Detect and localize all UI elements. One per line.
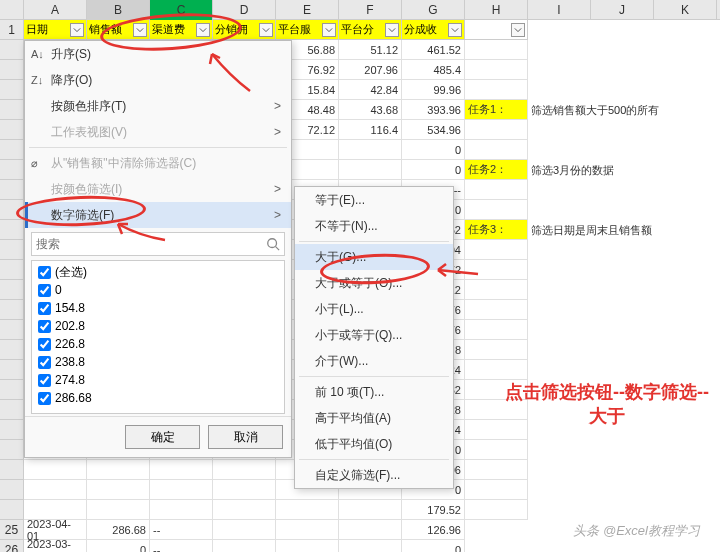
cell-h[interactable] [465, 200, 528, 220]
cell-g[interactable]: 534.96 [402, 120, 465, 140]
cell-h[interactable] [465, 480, 528, 500]
sub-top10[interactable]: 前 10 项(T)... [295, 379, 453, 405]
cell-g[interactable]: 126.96 [402, 520, 465, 540]
row-head[interactable] [0, 360, 24, 380]
cell-h[interactable] [465, 460, 528, 480]
row-head[interactable]: 25 [0, 520, 24, 540]
checkbox[interactable] [38, 356, 51, 369]
cell-g[interactable]: 461.52 [402, 40, 465, 60]
cell-h[interactable] [465, 120, 528, 140]
cell-g[interactable]: 393.96 [402, 100, 465, 120]
row-head[interactable] [0, 120, 24, 140]
row-head[interactable] [0, 220, 24, 240]
cell-f[interactable]: 43.68 [339, 100, 402, 120]
filter-button-platserv[interactable] [322, 23, 336, 37]
filter-checklist[interactable]: (全选) 0154.8202.8226.8238.8274.8286.68 [31, 260, 285, 414]
cell-h[interactable] [465, 260, 528, 280]
check-item[interactable]: 202.8 [34, 317, 282, 335]
cell-f[interactable] [339, 160, 402, 180]
row-head[interactable] [0, 440, 24, 460]
filter-button-dist[interactable] [259, 23, 273, 37]
cell-e[interactable] [276, 500, 339, 520]
cell-h[interactable] [465, 360, 528, 380]
row-head[interactable] [0, 480, 24, 500]
sort-by-color[interactable]: 按颜色排序(T) [25, 93, 291, 119]
col-head-c[interactable]: C [150, 0, 213, 20]
cell-h[interactable] [465, 140, 528, 160]
checkbox[interactable] [38, 338, 51, 351]
filter-button-sales[interactable] [133, 23, 147, 37]
checkbox[interactable] [38, 320, 51, 333]
cell-d[interactable] [213, 500, 276, 520]
col-head-i[interactable]: I [528, 0, 591, 20]
cell-h[interactable] [465, 180, 528, 200]
cell-f[interactable]: 116.4 [339, 120, 402, 140]
cell-h[interactable] [465, 40, 528, 60]
col-head-d[interactable]: D [213, 0, 276, 20]
cell-h[interactable] [465, 280, 528, 300]
cell[interactable] [87, 460, 150, 480]
cell-f[interactable] [339, 140, 402, 160]
col-head-b[interactable]: B [87, 0, 150, 20]
cell-h[interactable] [465, 300, 528, 320]
col-head-f[interactable]: F [339, 0, 402, 20]
row-head[interactable] [0, 340, 24, 360]
select-all-corner[interactable] [0, 0, 24, 20]
number-filter[interactable]: 数字筛选(F) [25, 202, 291, 228]
row-head[interactable] [0, 60, 24, 80]
cell-d[interactable] [213, 480, 276, 500]
row-head[interactable] [0, 400, 24, 420]
cell-g[interactable]: 0 [402, 540, 465, 552]
sub-custom[interactable]: 自定义筛选(F)... [295, 462, 453, 488]
ok-button[interactable]: 确定 [125, 425, 200, 449]
cell-h[interactable] [465, 340, 528, 360]
col-head-e[interactable]: E [276, 0, 339, 20]
search-input[interactable] [36, 237, 266, 251]
row-head[interactable] [0, 40, 24, 60]
row-head[interactable] [0, 320, 24, 340]
check-item[interactable]: 154.8 [34, 299, 282, 317]
check-item[interactable]: 286.68 [34, 389, 282, 407]
row-head[interactable] [0, 160, 24, 180]
col-head-k[interactable]: K [654, 0, 717, 20]
cell-h[interactable] [465, 60, 528, 80]
cell-h[interactable] [465, 320, 528, 340]
check-item[interactable]: 226.8 [34, 335, 282, 353]
checkbox[interactable] [38, 374, 51, 387]
filter-button-platdiv[interactable] [385, 23, 399, 37]
sub-gte[interactable]: 大于或等于(O)... [295, 270, 453, 296]
sub-greater-than[interactable]: 大于(G)... [295, 244, 453, 270]
cell-f[interactable]: 207.96 [339, 60, 402, 80]
cell-h[interactable]: 任务3： [465, 220, 528, 240]
cell-h[interactable]: 任务2： [465, 160, 528, 180]
row-head[interactable] [0, 300, 24, 320]
checkbox[interactable] [38, 302, 51, 315]
filter-button-channel[interactable] [196, 23, 210, 37]
row-head[interactable] [0, 80, 24, 100]
row-head[interactable] [0, 140, 24, 160]
sub-above-avg[interactable]: 高于平均值(A) [295, 405, 453, 431]
cell-f[interactable]: 51.12 [339, 40, 402, 60]
cell-h[interactable] [465, 80, 528, 100]
cell-g[interactable]: 99.96 [402, 80, 465, 100]
cell-c[interactable]: -- [150, 540, 213, 552]
cell[interactable] [24, 480, 87, 500]
cell[interactable] [150, 460, 213, 480]
checkbox[interactable] [38, 392, 51, 405]
row-head[interactable] [0, 460, 24, 480]
cell-date[interactable]: 2023-03-31 [24, 540, 87, 552]
cell-h[interactable] [465, 440, 528, 460]
sub-equals[interactable]: 等于(E)... [295, 187, 453, 213]
sub-lte[interactable]: 小于或等于(Q)... [295, 322, 453, 348]
checkbox[interactable] [38, 284, 51, 297]
cell-c[interactable]: -- [150, 520, 213, 540]
filter-button-share[interactable] [448, 23, 462, 37]
sub-less-than[interactable]: 小于(L)... [295, 296, 453, 322]
col-head-j[interactable]: J [591, 0, 654, 20]
row-head[interactable] [0, 500, 24, 520]
check-item[interactable]: 274.8 [34, 371, 282, 389]
cell[interactable] [87, 500, 150, 520]
check-item[interactable]: 238.8 [34, 353, 282, 371]
cell[interactable] [87, 480, 150, 500]
row-head[interactable] [0, 260, 24, 280]
